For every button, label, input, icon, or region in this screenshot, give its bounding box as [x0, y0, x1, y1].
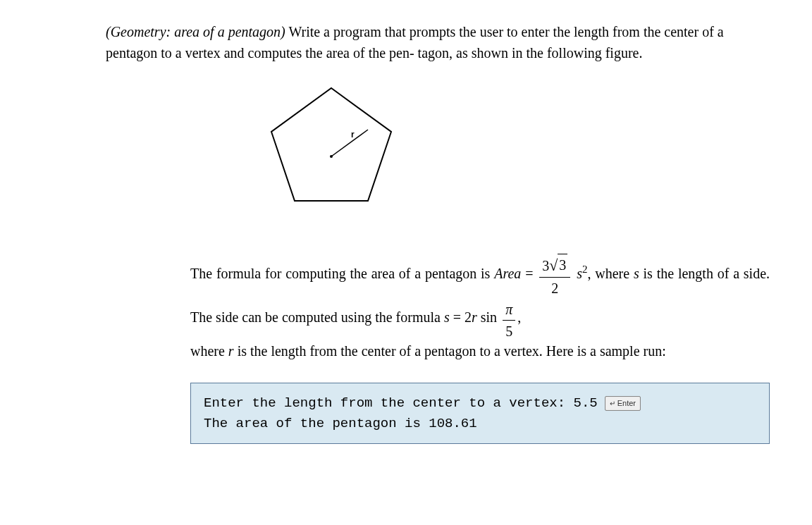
- sample-run-line-1: Enter the length from the center to a ve…: [204, 393, 756, 414]
- s-var-3: s: [444, 309, 450, 325]
- formula-line3-part1: where: [190, 343, 228, 359]
- equals-2: = 2: [450, 309, 472, 325]
- svg-line-1: [331, 130, 368, 156]
- frac2-top: π: [503, 299, 515, 321]
- comma: ,: [517, 309, 521, 325]
- s-var-2: s: [634, 266, 639, 281]
- formula-line3-part2: is the length from the center of a penta…: [234, 343, 666, 359]
- equals-1: =: [525, 266, 537, 281]
- sample-prompt: Enter the length from the center to a ve…: [204, 395, 574, 411]
- frac1-bottom: 2: [548, 278, 561, 299]
- frac1-sqrt-content: 3: [558, 254, 567, 276]
- problem-statement: (Geometry: area of a pentagon) Write a p…: [106, 21, 770, 63]
- formula-intro: The formula for computing the area of a …: [190, 266, 494, 281]
- enter-key-badge: Enter: [605, 396, 641, 411]
- svg-marker-0: [271, 88, 391, 201]
- frac2-bottom: 5: [503, 321, 515, 342]
- radius-label: r: [351, 130, 355, 140]
- fraction-1: 3√3 2: [539, 254, 570, 299]
- sample-run-line-2: The area of the pentagon is 108.61: [204, 414, 756, 434]
- formula-part2: , where: [587, 266, 633, 281]
- svg-point-2: [330, 155, 333, 158]
- formula-part3: is: [639, 266, 653, 281]
- fraction-2: π 5: [503, 299, 515, 342]
- formula-text: The formula for computing the area of a …: [190, 252, 770, 362]
- r-var: r: [472, 309, 477, 325]
- s-var: s: [577, 266, 582, 281]
- sample-input: 5.5: [574, 395, 598, 411]
- area-var: Area: [494, 266, 521, 281]
- frac1-top-a: 3: [542, 258, 549, 273]
- sin-word: sin: [477, 309, 500, 325]
- pentagon-svg: r: [261, 78, 402, 218]
- pentagon-figure: r: [261, 78, 770, 224]
- r-var-2: r: [228, 343, 234, 359]
- problem-title: (Geometry: area of a pentagon): [106, 24, 285, 39]
- sample-run-box: Enter the length from the center to a ve…: [190, 383, 770, 444]
